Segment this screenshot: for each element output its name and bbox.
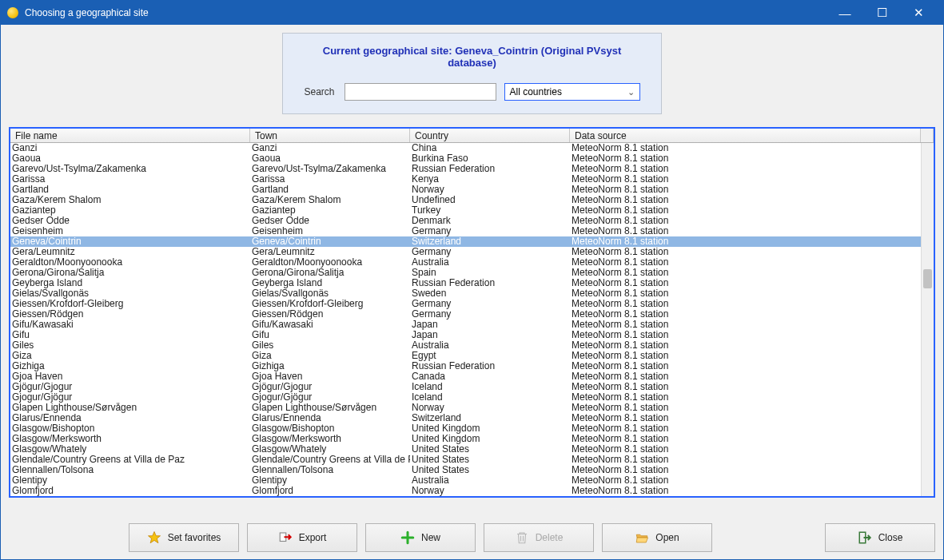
table-rows[interactable]: GanziGanziChinaMeteoNorm 8.1 stationGaou… [10,143,921,496]
table-row[interactable]: Glapen Lighthouse/SørvågenGlapen Lightho… [10,403,921,413]
col-town[interactable]: Town [250,129,410,142]
close-button[interactable]: Close [825,523,935,552]
table-row[interactable]: GaziantepGaziantepTurkeyMeteoNorm 8.1 st… [10,205,921,216]
cell-town: Gjoa Haven [250,371,410,382]
cell-country: Germany [410,226,570,236]
table-row[interactable]: Gera/LeumnitzGera/LeumnitzGermanyMeteoNo… [10,247,921,257]
cell-town: Glomfjord [250,486,410,496]
cell-file: Geyberga Island [10,278,250,288]
table-row[interactable]: Glarus/EnnendaGlarus/EnnendaSwitzerlandM… [10,413,921,423]
cell-town: Glendale/Country Greens at Villa de Paz [250,455,410,465]
cell-source: MeteoNorm 8.1 station [570,434,921,444]
cell-country: Russian Federation [410,164,570,174]
cell-source: MeteoNorm 8.1 station [570,382,921,392]
table-row[interactable]: Giessen/Krofdorf-GleibergGiessen/Krofdor… [10,299,921,309]
delete-button[interactable]: Delete [484,523,594,552]
export-button[interactable]: Export [247,523,357,552]
cell-country: Switzerland [410,236,570,247]
open-button[interactable]: Open [602,523,712,552]
table-row[interactable]: GizhigaGizhigaRussian FederationMeteoNor… [10,361,921,371]
table-row[interactable]: Gifu/KawasakiGifu/KawasakiJapanMeteoNorm… [10,320,921,330]
table-row[interactable]: Gjoa HavenGjoa HavenCanadaMeteoNorm 8.1 … [10,371,921,382]
button-row: Set favorites Export New Delete Open C [9,520,935,560]
table-header: File name Town Country Data source [10,129,934,143]
minimize-button[interactable]: — [826,1,863,25]
cell-source: MeteoNorm 8.1 station [570,465,921,475]
cell-source: MeteoNorm 8.1 station [570,185,921,195]
close-label: Close [878,532,903,543]
table-row[interactable]: GlomfjordGlomfjordNorwayMeteoNorm 8.1 st… [10,486,921,496]
cell-file: Garevo/Ust-Tsylma/Zakamenka [10,164,250,174]
cell-town: Gifu/Kawasaki [250,320,410,330]
table-row[interactable]: Gjogur/GjögurGjogur/GjögurIcelandMeteoNo… [10,392,921,403]
cell-country: United States [410,465,570,475]
set-favorites-button[interactable]: Set favorites [129,523,239,552]
table-row[interactable]: Geyberga IslandGeyberga IslandRussian Fe… [10,278,921,288]
cell-file: Ganzi [10,143,250,153]
chevron-down-icon: ⌄ [627,87,635,97]
cell-source: MeteoNorm 8.1 station [570,444,921,455]
scrollbar-thumb[interactable] [923,269,932,288]
table-row[interactable]: GartlandGartlandNorwayMeteoNorm 8.1 stat… [10,185,921,195]
table-row[interactable]: GilesGilesAustraliaMeteoNorm 8.1 station [10,340,921,351]
table-row[interactable]: GaouaGaouaBurkina FasoMeteoNorm 8.1 stat… [10,153,921,164]
new-button[interactable]: New [365,523,476,552]
svg-marker-0 [148,532,160,543]
cell-file: Gifu/Kawasaki [10,320,250,330]
table-row[interactable]: Gaza/Kerem ShalomGaza/Kerem ShalomUndefi… [10,195,921,205]
cell-file: Gjogur/Gjögur [10,392,250,403]
cell-town: Glarus/Ennenda [250,413,410,423]
cell-file: Giza [10,351,250,361]
table-row[interactable]: Gerona/Girona/SalitjaGerona/Girona/Salit… [10,268,921,278]
cell-town: Gaza/Kerem Shalom [250,195,410,205]
table-row[interactable]: Glendale/Country Greens at Villa de PazG… [10,455,921,465]
col-file-name[interactable]: File name [10,129,250,142]
cell-source: MeteoNorm 8.1 station [570,423,921,434]
table-row[interactable]: Glasgow/MerksworthGlasgow/MerksworthUnit… [10,434,921,444]
cell-file: Gerona/Girona/Salitja [10,268,250,278]
cell-file: Glasgow/Whately [10,444,250,455]
table-row[interactable]: Glasgow/BishoptonGlasgow/BishoptonUnited… [10,423,921,434]
table-row[interactable]: Geraldton/MoonyoonookaGeraldton/Moonyoon… [10,257,921,268]
cell-source: MeteoNorm 8.1 station [570,278,921,288]
cell-town: Ganzi [250,143,410,153]
table-row[interactable]: Giessen/RödgenGiessen/RödgenGermanyMeteo… [10,309,921,320]
table-row[interactable]: Glasgow/WhatelyGlasgow/WhatelyUnited Sta… [10,444,921,455]
table-row[interactable]: GeisenheimGeisenheimGermanyMeteoNorm 8.1… [10,226,921,236]
search-input[interactable] [345,83,496,101]
col-data-source[interactable]: Data source [570,129,921,142]
table-row[interactable]: Glennallen/TolsonaGlennallen/TolsonaUnit… [10,465,921,475]
cell-file: Gaoua [10,153,250,164]
cell-file: Glennallen/Tolsona [10,465,250,475]
table-row[interactable]: GanziGanziChinaMeteoNorm 8.1 station [10,143,921,153]
maximize-button[interactable]: ☐ [863,1,900,25]
cell-source: MeteoNorm 8.1 station [570,351,921,361]
export-label: Export [299,532,327,543]
vertical-scrollbar[interactable] [921,143,934,496]
col-country[interactable]: Country [410,129,570,142]
table-row[interactable]: Gedser OddeGedser OddeDenmarkMeteoNorm 8… [10,216,921,226]
cell-source: MeteoNorm 8.1 station [570,392,921,403]
cell-source: MeteoNorm 8.1 station [570,288,921,299]
table-row[interactable]: Garevo/Ust-Tsylma/ZakamenkaGarevo/Ust-Ts… [10,164,921,174]
cell-file: Garissa [10,174,250,185]
table-row[interactable]: GizaGizaEgyptMeteoNorm 8.1 station [10,351,921,361]
cell-country: Iceland [410,382,570,392]
cell-town: Garevo/Ust-Tsylma/Zakamenka [250,164,410,174]
table-row[interactable]: GlentipyGlentipyAustraliaMeteoNorm 8.1 s… [10,475,921,486]
table-row[interactable]: Gjögur/GjogurGjögur/GjogurIcelandMeteoNo… [10,382,921,392]
table-row[interactable]: Gielas/SvallgonäsGielas/SvallgonäsSweden… [10,288,921,299]
exit-icon [858,530,872,545]
cell-town: Glapen Lighthouse/Sørvågen [250,403,410,413]
table-row[interactable]: Geneva/CointrinGeneva/CointrinSwitzerlan… [10,236,921,247]
country-select[interactable]: All countries ⌄ [504,83,640,101]
cell-source: MeteoNorm 8.1 station [570,299,921,309]
table-row[interactable]: GarissaGarissaKenyaMeteoNorm 8.1 station [10,174,921,185]
cell-country: Russian Federation [410,278,570,288]
delete-label: Delete [536,532,564,543]
cell-source: MeteoNorm 8.1 station [570,475,921,486]
table-row[interactable]: GifuGifuJapanMeteoNorm 8.1 station [10,330,921,340]
cell-source: MeteoNorm 8.1 station [570,257,921,268]
close-window-button[interactable]: ✕ [900,1,937,25]
cell-country: United States [410,444,570,455]
